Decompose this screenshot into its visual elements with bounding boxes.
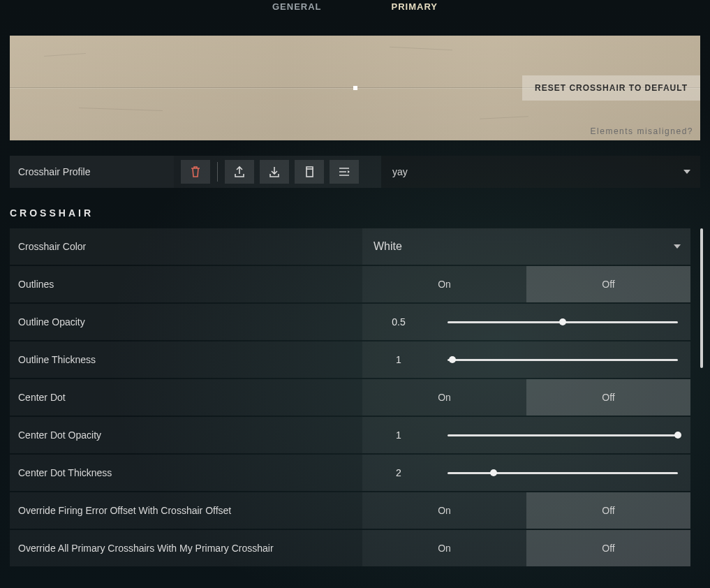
row-outlines: Outlines On Off xyxy=(10,266,690,302)
delete-profile-button[interactable] xyxy=(181,160,210,184)
row-outline-opacity: Outline Opacity 0.5 xyxy=(10,304,690,340)
crosshair-color-value: White xyxy=(374,240,402,253)
crosshair-profile-label: Crosshair Profile xyxy=(10,156,174,188)
center-dot-opacity-value[interactable]: 1 xyxy=(362,417,435,453)
crosshair-profile-row: Crosshair Profile xyxy=(10,156,700,188)
row-center-dot-opacity: Center Dot Opacity 1 xyxy=(10,417,690,453)
outlines-off[interactable]: Off xyxy=(526,266,690,302)
slider-knob[interactable] xyxy=(559,318,566,325)
profile-select-value: yay xyxy=(392,166,408,177)
center-dot-thickness-slider[interactable] xyxy=(435,455,690,491)
label-outline-thickness: Outline Thickness xyxy=(10,341,362,378)
center-dot-on[interactable]: On xyxy=(362,379,526,416)
row-center-dot-thickness: Center Dot Thickness 2 xyxy=(10,455,690,491)
center-dot-opacity-slider[interactable] xyxy=(435,417,690,453)
duplicate-profile-button[interactable] xyxy=(295,160,324,184)
outline-thickness-slider[interactable] xyxy=(435,341,690,378)
label-crosshair-color: Crosshair Color xyxy=(10,228,362,265)
slider-knob[interactable] xyxy=(449,356,456,363)
chevron-down-icon xyxy=(674,244,681,249)
profile-list-button[interactable] xyxy=(330,160,359,184)
label-center-dot-thickness: Center Dot Thickness xyxy=(10,455,362,491)
section-title-crosshair: CROSSHAIR xyxy=(10,207,710,219)
label-override-firing: Override Firing Error Offset With Crossh… xyxy=(10,492,362,529)
profile-select[interactable]: yay xyxy=(381,156,700,188)
override-all-on[interactable]: On xyxy=(362,530,526,566)
outline-opacity-slider[interactable] xyxy=(435,304,690,340)
icon-separator xyxy=(217,162,218,182)
label-override-all: Override All Primary Crosshairs With My … xyxy=(10,530,362,566)
override-all-off[interactable]: Off xyxy=(526,530,690,566)
center-dot-thickness-value[interactable]: 2 xyxy=(362,455,435,491)
reset-crosshair-button[interactable]: RESET CROSSHAIR TO DEFAULT xyxy=(522,75,700,101)
settings-list: Crosshair Color White Outlines On Off Ou… xyxy=(10,228,690,566)
list-icon xyxy=(338,167,350,177)
override-firing-off[interactable]: Off xyxy=(526,492,690,529)
outlines-on[interactable]: On xyxy=(362,266,526,302)
row-outline-thickness: Outline Thickness 1 xyxy=(10,341,690,378)
crosshair-center-dot xyxy=(353,86,357,90)
center-dot-off[interactable]: Off xyxy=(526,379,690,416)
tab-general[interactable]: GENERAL xyxy=(272,1,322,18)
slider-knob[interactable] xyxy=(490,469,497,476)
outline-opacity-value[interactable]: 0.5 xyxy=(362,304,435,340)
chevron-down-icon xyxy=(683,170,690,174)
svg-rect-0 xyxy=(306,169,313,177)
export-profile-button[interactable] xyxy=(225,160,254,184)
override-firing-on[interactable]: On xyxy=(362,492,526,529)
crosshair-preview: RESET CROSSHAIR TO DEFAULT Elements misa… xyxy=(10,36,700,140)
slider-knob[interactable] xyxy=(674,432,681,439)
row-center-dot: Center Dot On Off xyxy=(10,379,690,416)
import-profile-button[interactable] xyxy=(260,160,289,184)
scrollbar-thumb[interactable] xyxy=(700,228,703,368)
tab-primary[interactable]: PRIMARY xyxy=(392,1,438,18)
elements-misaligned-link[interactable]: Elements misaligned? xyxy=(591,126,693,136)
row-crosshair-color: Crosshair Color White xyxy=(10,228,690,265)
label-outlines: Outlines xyxy=(10,266,362,302)
label-center-dot-opacity: Center Dot Opacity xyxy=(10,417,362,453)
import-icon xyxy=(268,166,281,178)
label-center-dot: Center Dot xyxy=(10,379,362,416)
export-icon xyxy=(233,166,246,178)
label-outline-opacity: Outline Opacity xyxy=(10,304,362,340)
row-override-firing: Override Firing Error Offset With Crossh… xyxy=(10,492,690,529)
crosshair-color-select[interactable]: White xyxy=(362,228,690,265)
outline-thickness-value[interactable]: 1 xyxy=(362,341,435,378)
trash-icon xyxy=(190,166,201,178)
row-override-all: Override All Primary Crosshairs With My … xyxy=(10,530,690,566)
copy-icon xyxy=(304,166,315,178)
